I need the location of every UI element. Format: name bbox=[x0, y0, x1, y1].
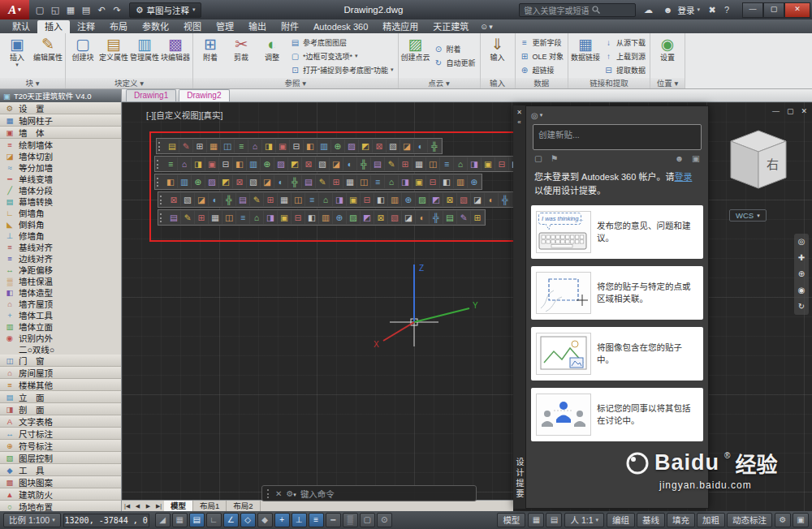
t20-toolbar-icon[interactable]: ◪ bbox=[402, 211, 416, 224]
t20-toolbar[interactable]: ◧▥⊕▨◩⊠▧◪◐╬▤✎⊞▦◫≡⌂◨▣⊟◧▥⊕ bbox=[154, 174, 482, 190]
polar-tracking-toggle[interactable]: ∠ bbox=[223, 513, 239, 527]
feed-collapse-button[interactable]: « bbox=[517, 118, 520, 127]
ribbon-button-hyperlink[interactable]: ⊕超链接 bbox=[518, 63, 566, 76]
viewcube[interactable]: 右 bbox=[721, 120, 796, 198]
t20-toolbar-icon[interactable]: ▥ bbox=[454, 175, 468, 188]
t20-toolbar-icon[interactable]: ✎ bbox=[181, 211, 195, 224]
feed-people-icon[interactable]: ☻ bbox=[675, 153, 684, 163]
command-grip[interactable] bbox=[267, 489, 271, 498]
t20-toolbar-icon[interactable]: ▧ bbox=[316, 157, 330, 170]
t20-toolbar-icon[interactable]: ◐ bbox=[274, 175, 288, 188]
t20-toolbar-icon[interactable]: ⌂ bbox=[319, 193, 333, 206]
t20-toolbar-icon[interactable]: ▦ bbox=[278, 193, 292, 206]
sidebar-item-draw-wall[interactable]: ≡绘制墙体 bbox=[0, 139, 121, 150]
sidebar-item-wall-shape[interactable]: ◧墙体造型 bbox=[0, 286, 121, 298]
app-menu-button[interactable]: A▾ bbox=[0, 0, 29, 19]
t20-toolbar-icon[interactable]: ⊞ bbox=[330, 175, 343, 188]
next-layout-icon[interactable]: ▶ bbox=[143, 503, 153, 510]
t20-toolbar-icon[interactable]: ◧ bbox=[374, 193, 388, 206]
t20-toolbar-icon[interactable]: ≡ bbox=[440, 157, 454, 170]
status-button-dynamic-dimension[interactable]: 动态标注 bbox=[727, 513, 772, 527]
ribbon-panel-label-import[interactable]: 输入 bbox=[481, 78, 515, 88]
sidebar-item-block-pattern[interactable]: ▩图块图案 bbox=[0, 476, 121, 488]
t20-toolbar-icon[interactable]: ⊞ bbox=[195, 211, 209, 224]
t20-toolbar-icon[interactable]: ⊕ bbox=[331, 140, 345, 153]
t20-toolbar-icon[interactable]: ▧ bbox=[247, 175, 261, 188]
t20-toolbar-icon[interactable]: ◐ bbox=[414, 140, 428, 153]
t20-toolbar-icon[interactable]: ⊟ bbox=[292, 211, 305, 224]
ribbon-button-download-from-source[interactable]: ↓从源下载 bbox=[602, 36, 647, 49]
t20-toolbar[interactable]: ▤✎⊞▦◫≡⌂◨▣⊟◧▥⊕▨◩⊠▧◪◐╬ bbox=[156, 138, 443, 154]
t20-toolbar-icon[interactable]: ▣ bbox=[276, 140, 290, 153]
t20-toolbar-icon[interactable]: ⊞ bbox=[399, 157, 412, 170]
t20-toolbar-icon[interactable]: ⊟ bbox=[290, 140, 304, 153]
ribbon-button-block-editor[interactable]: ▩块编辑器 bbox=[161, 34, 190, 78]
t20-toolbar[interactable]: ≡⌂◨▣⊟◧▥⊕▨◩⊠▧◪◐╬▤✎⊞▦◫≡⌂◨▣⊟◧ bbox=[154, 156, 524, 172]
ribbon-button-create-block[interactable]: ▢创建块 bbox=[68, 34, 97, 78]
feed-region-icon[interactable]: ▢ bbox=[534, 153, 542, 163]
t20-toolbar-icon[interactable]: ▥ bbox=[178, 175, 192, 188]
sidebar-item-door-window[interactable]: ◫门 窗 bbox=[0, 355, 121, 367]
infer-constraints-toggle[interactable]: ◢ bbox=[155, 513, 171, 527]
t20-toolbar-icon[interactable]: ▤ bbox=[166, 140, 179, 153]
ribbon-button-underlay-layers[interactable]: ▤参考底图图层 bbox=[288, 36, 395, 49]
t20-toolbar-icon[interactable]: ⌂ bbox=[250, 211, 264, 224]
t20-toolbar-icon[interactable]: ⊠ bbox=[302, 157, 316, 170]
t20-toolbar-icon[interactable]: ╬ bbox=[499, 193, 512, 206]
t20-toolbar-icon[interactable]: ╬ bbox=[357, 157, 371, 170]
t20-toolbar-icon[interactable]: ◧ bbox=[304, 140, 317, 153]
t20-toolbar-icon[interactable]: ▣ bbox=[482, 157, 495, 170]
t20-toolbar-icon[interactable]: ✎ bbox=[250, 193, 264, 206]
ribbon-panel-label-location[interactable]: 位置 ▾ bbox=[650, 78, 685, 88]
t20-toolbar-icon[interactable]: ▤ bbox=[371, 157, 385, 170]
t20-toolbar-icon[interactable]: ◩ bbox=[288, 157, 302, 170]
first-layout-icon[interactable]: |◀ bbox=[122, 503, 132, 510]
status-button-group[interactable]: 编组 bbox=[607, 513, 635, 527]
t20-toolbar-icon[interactable]: ✎ bbox=[457, 211, 471, 224]
qat-new-button[interactable]: ▢ bbox=[32, 2, 47, 17]
navbar-showmotion-icon[interactable]: ↻ bbox=[798, 301, 805, 312]
layout-tab-layout1[interactable]: 布局1 bbox=[193, 501, 227, 511]
ribbon-button-edit-attribute[interactable]: ✎编辑属性 bbox=[33, 34, 63, 78]
ribbon-tab-tianzheng[interactable]: 天正建筑 bbox=[425, 20, 476, 33]
t20-toolbar-icon[interactable]: ◩ bbox=[219, 175, 233, 188]
ribbon-button-data-link[interactable]: ▦数据链接 bbox=[571, 34, 600, 78]
sidebar-item-baseline-align[interactable]: ≡基线对齐 bbox=[0, 241, 121, 252]
t20-toolbar-icon[interactable]: ◧ bbox=[233, 157, 247, 170]
toolbar-grip[interactable] bbox=[160, 213, 165, 222]
sidebar-item-curtain-wall-convert[interactable]: ▤幕墙转换 bbox=[0, 196, 121, 207]
feed-pin-icon[interactable]: ⚑ bbox=[551, 153, 558, 163]
sidebar-item-double-line-toggle[interactable]: 二○双线○ bbox=[0, 343, 121, 355]
ribbon-button-set-location[interactable]: ◉设置 bbox=[653, 34, 682, 78]
ribbon-button-create-point-cloud[interactable]: ▨创建点云 bbox=[401, 34, 430, 78]
ribbon-tab-featured-apps[interactable]: 精选应用 bbox=[375, 20, 425, 33]
t20-toolbar-icon[interactable]: ◫ bbox=[357, 175, 371, 188]
qat-open-button[interactable]: ◱ bbox=[48, 2, 63, 17]
t20-toolbar-icon[interactable]: ▦ bbox=[343, 175, 357, 188]
feed-close-button[interactable]: ✕ bbox=[516, 108, 522, 118]
status-button-hatch[interactable]: 填充 bbox=[667, 513, 695, 527]
exchange-apps-icon[interactable]: ✖ bbox=[705, 5, 719, 15]
t20-toolbar-icon[interactable]: ◐ bbox=[209, 193, 222, 206]
ribbon-button-frames-vary[interactable]: ▢*边框可变选项*▾ bbox=[288, 49, 395, 62]
t20-toolbar-icon[interactable]: ◧ bbox=[440, 175, 454, 188]
sidebar-item-dimension[interactable]: ↔尺寸标注 bbox=[0, 428, 121, 440]
toolbar-grip[interactable] bbox=[158, 142, 163, 151]
model-space-button[interactable]: 模型 bbox=[497, 513, 525, 527]
t20-toolbar-icon[interactable]: ✎ bbox=[385, 157, 399, 170]
t20-toolbar-icon[interactable]: ◧ bbox=[164, 175, 178, 188]
sidebar-item-wall-cut[interactable]: ◪墙体切割 bbox=[0, 150, 121, 161]
t20-toolbar-icon[interactable]: ▨ bbox=[345, 140, 359, 153]
close-button[interactable]: ✕ bbox=[784, 2, 810, 18]
a360-icon[interactable]: ☁ bbox=[641, 5, 655, 15]
t20-toolbar-icon[interactable]: ⌂ bbox=[178, 157, 192, 170]
sidebar-item-layer-control[interactable]: ▧图层控制 bbox=[0, 452, 121, 464]
t20-toolbar-icon[interactable]: ⊠ bbox=[373, 140, 387, 153]
command-customize-icon[interactable]: ⚙▾ bbox=[286, 489, 296, 498]
command-line[interactable]: ✕ ⚙▾ 键入命令 bbox=[261, 485, 477, 501]
t20-toolbar-icon[interactable]: ◨ bbox=[192, 157, 205, 170]
t20-toolbar-icon[interactable]: ◪ bbox=[195, 193, 209, 206]
t20-toolbar-icon[interactable]: ◨ bbox=[333, 193, 347, 206]
t20-toolbar-icon[interactable]: ⊠ bbox=[233, 175, 247, 188]
toolbar-grip[interactable] bbox=[157, 178, 162, 187]
